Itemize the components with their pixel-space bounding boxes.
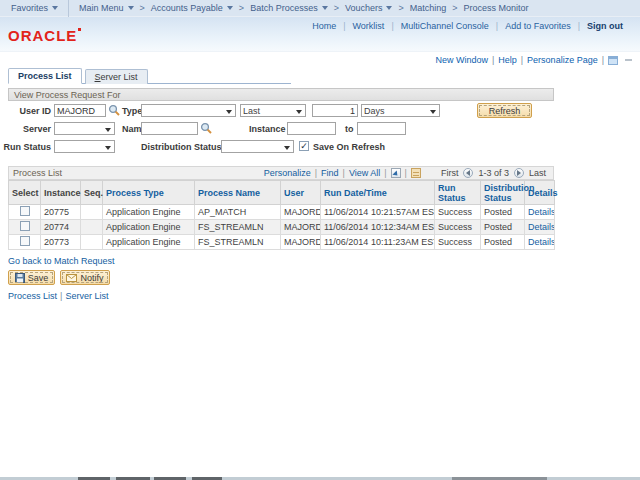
- process-list-link[interactable]: Process List: [8, 291, 57, 301]
- row-select-checkbox[interactable]: [20, 206, 30, 216]
- user-id-lookup-icon[interactable]: [108, 104, 120, 116]
- cell-seq: [81, 205, 103, 220]
- breadcrumb-item-main-menu[interactable]: Main Menu: [79, 3, 134, 13]
- check-icon: ✓: [300, 141, 308, 151]
- cell-user: MAJORD: [281, 220, 321, 235]
- distribution-status-select[interactable]: [221, 140, 294, 153]
- pager-last[interactable]: Last: [529, 168, 546, 178]
- details-link[interactable]: Details: [528, 222, 555, 232]
- details-link[interactable]: Details: [528, 237, 555, 247]
- home-link[interactable]: Home: [312, 21, 336, 31]
- type-select[interactable]: [141, 104, 236, 117]
- help-link[interactable]: Help: [498, 55, 517, 65]
- row-select-checkbox[interactable]: [20, 236, 30, 246]
- breadcrumb-item-matching[interactable]: Matching: [410, 3, 447, 13]
- breadcrumb-divider: [68, 0, 69, 17]
- cell-run-status: Success: [435, 205, 481, 220]
- previous-page-icon[interactable]: [463, 168, 473, 178]
- instance-input[interactable]: [287, 122, 336, 135]
- personalize-page-link[interactable]: Personalize Page: [527, 55, 598, 65]
- chevron-down-icon: [322, 6, 328, 10]
- multichannel-console-link[interactable]: MultiChannel Console: [401, 21, 489, 31]
- grid-pager: First 1-3 of 3 Last: [438, 168, 549, 178]
- table-row: 20775 Application Engine AP_MATCH MAJORD…: [9, 205, 555, 220]
- cell-process-name: FS_STREAMLN: [195, 220, 281, 235]
- breadcrumb-item-accounts-payable[interactable]: Accounts Payable: [151, 3, 233, 13]
- go-back-link[interactable]: Go back to Match Request: [8, 256, 115, 266]
- col-process-name[interactable]: Process Name: [195, 181, 281, 205]
- tab-process-list[interactable]: Process List: [8, 68, 82, 84]
- cell-user: MAJORD: [281, 235, 321, 250]
- user-id-input[interactable]: [54, 104, 106, 117]
- col-instance: Instance: [41, 181, 81, 205]
- details-link[interactable]: Details: [528, 207, 555, 217]
- chevron-down-icon: [296, 110, 302, 114]
- cell-process-name: AP_MATCH: [195, 205, 281, 220]
- breadcrumb-item-favorites[interactable]: Favorites: [11, 3, 58, 13]
- col-run-status[interactable]: Run Status: [435, 181, 481, 205]
- server-select[interactable]: [54, 122, 115, 135]
- cell-process-type: Application Engine: [103, 220, 195, 235]
- pager-range: 1-3 of 3: [478, 168, 509, 178]
- col-user[interactable]: User: [281, 181, 321, 205]
- server-label: Server: [0, 124, 51, 134]
- worklist-link[interactable]: Worklist: [353, 21, 385, 31]
- chevron-down-icon: [226, 110, 232, 114]
- groupbox-title: View Process Request For: [8, 88, 554, 101]
- zoom-grid-icon[interactable]: [411, 168, 421, 178]
- link-separator: |: [384, 168, 386, 178]
- link-separator: |: [492, 55, 494, 65]
- server-list-link[interactable]: Server List: [65, 291, 108, 301]
- distribution-status-label: Distribution Status: [141, 142, 222, 152]
- cell-user: MAJORD: [281, 205, 321, 220]
- refresh-button[interactable]: Refresh: [477, 103, 532, 118]
- chevron-down-icon: [105, 146, 111, 150]
- add-to-favorites-link[interactable]: Add to Favorites: [505, 21, 571, 31]
- find-link[interactable]: Find: [321, 168, 339, 178]
- last-select[interactable]: Last: [240, 104, 306, 117]
- run-status-select[interactable]: [54, 140, 115, 153]
- row-select-checkbox[interactable]: [20, 221, 30, 231]
- cell-distribution-status: Posted: [481, 205, 525, 220]
- breadcrumb-item-vouchers[interactable]: Vouchers: [345, 3, 393, 13]
- col-process-type[interactable]: Process Type: [103, 181, 195, 205]
- pager-first[interactable]: First: [441, 168, 459, 178]
- name-lookup-icon[interactable]: [200, 122, 212, 134]
- tab-server-list[interactable]: Server List: [85, 69, 148, 84]
- breadcrumb-item-batch-processes[interactable]: Batch Processes: [250, 3, 328, 13]
- breadcrumb: Favorites Main Menu > Accounts Payable >…: [0, 0, 640, 17]
- chevron-down-icon: [52, 6, 58, 10]
- col-run-datetime[interactable]: Run Date/Time: [321, 181, 435, 205]
- name-input[interactable]: [141, 122, 198, 135]
- col-distribution-status[interactable]: Distribution Status: [481, 181, 525, 205]
- link-separator: |: [602, 55, 604, 65]
- breadcrumb-item-process-monitor[interactable]: Process Monitor: [464, 3, 529, 13]
- type-label: Type: [122, 106, 142, 116]
- cell-run-datetime: 11/06/2014 10:11:23AM EST: [321, 235, 435, 250]
- sign-out-link[interactable]: Sign out: [587, 21, 623, 31]
- download-to-excel-icon[interactable]: [391, 168, 401, 178]
- save-on-refresh-checkbox[interactable]: ✓: [299, 141, 309, 151]
- personalize-link[interactable]: Personalize: [264, 168, 311, 178]
- cell-instance: 20774: [41, 220, 81, 235]
- cell-run-datetime: 11/06/2014 10:12:34AM EST: [321, 220, 435, 235]
- new-window-icon[interactable]: [608, 56, 618, 65]
- breadcrumb-separator: >: [398, 3, 403, 13]
- days-count-input[interactable]: [312, 104, 358, 117]
- table-row: 20774 Application Engine FS_STREAMLN MAJ…: [9, 220, 555, 235]
- next-page-icon[interactable]: [514, 168, 524, 178]
- view-all-link[interactable]: View All: [349, 168, 380, 178]
- instance-to-input[interactable]: [357, 122, 406, 135]
- chevron-down-icon: [128, 6, 134, 10]
- trademark-mark: [78, 28, 81, 31]
- grid-title: Process List: [13, 168, 62, 178]
- new-window-link[interactable]: New Window: [435, 55, 488, 65]
- save-on-refresh-label: Save On Refresh: [313, 142, 385, 152]
- cell-run-datetime: 11/06/2014 10:21:57AM EST: [321, 205, 435, 220]
- table-row: 20773 Application Engine FS_STREAMLN MAJ…: [9, 235, 555, 250]
- save-button[interactable]: Save: [8, 270, 55, 285]
- days-unit-select[interactable]: Days: [361, 104, 440, 117]
- cell-run-status: Success: [435, 235, 481, 250]
- oracle-logo: ORACLE: [8, 27, 81, 44]
- notify-button[interactable]: Notify: [60, 270, 110, 285]
